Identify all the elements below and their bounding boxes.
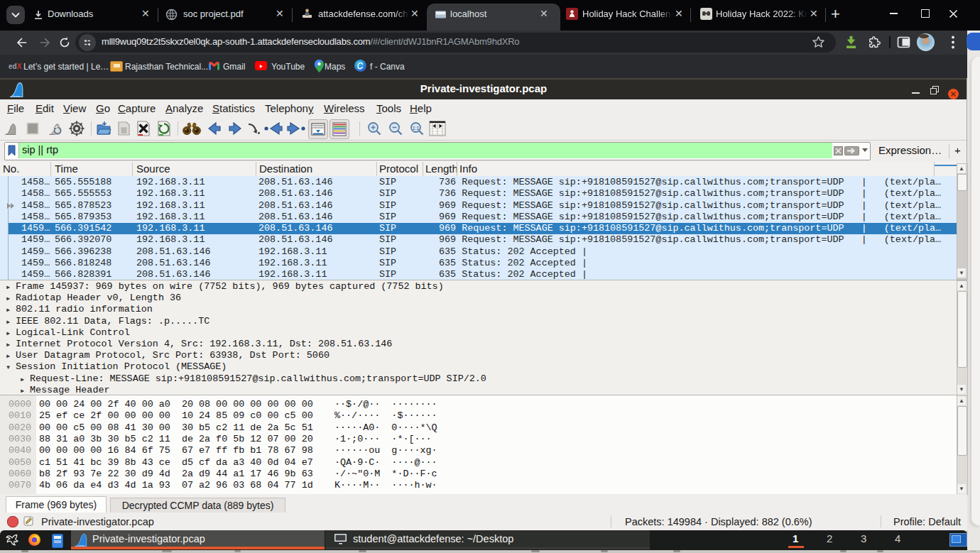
svg-text:1:1: 1:1 — [413, 126, 420, 131]
